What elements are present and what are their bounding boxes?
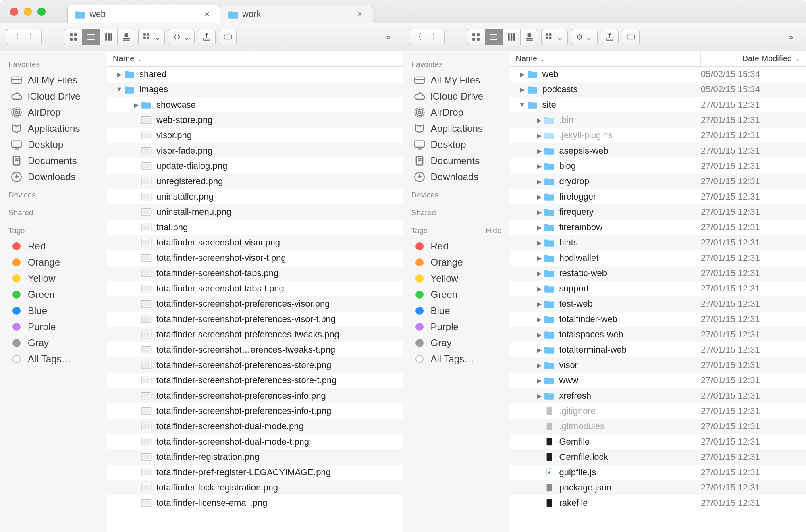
sidebar-tag-gray[interactable]: Gray [0,335,107,351]
sidebar-tag-blue[interactable]: Blue [0,303,107,319]
sidebar-item-all my files[interactable]: All My Files [403,72,510,88]
file-row[interactable]: totalfinder-screenshot-preferences-store… [107,373,403,388]
file-row[interactable]: ▶ firerainbow 27/01/15 12:31 [510,220,806,235]
file-row[interactable]: ▶ .jekyll-plugins 27/01/15 12:31 [510,128,806,143]
file-row[interactable]: totalfinder-lock-registration.png [107,480,403,495]
icon-view-button[interactable] [467,29,485,45]
disclosure-triangle[interactable]: ▶ [534,116,544,124]
column-date-modified[interactable]: Date Modified⌄ [701,51,806,66]
file-row[interactable]: ▼ site 27/01/15 12:31 [510,97,806,112]
forward-button[interactable]: 〉 [427,29,445,45]
file-row[interactable]: totalfinder-license-email.png [107,495,403,511]
disclosure-triangle[interactable]: ▶ [534,392,544,400]
disclosure-triangle[interactable]: ▶ [534,377,544,384]
sidebar-item-applications[interactable]: Applications [0,121,107,137]
sidebar-tag-green[interactable]: Green [403,287,510,303]
sidebar-tag-red[interactable]: Red [403,238,510,254]
coverflow-view-button[interactable] [117,29,135,45]
arrange-button[interactable]: ⌄ [541,29,568,45]
column-view-button[interactable] [100,29,117,45]
sidebar-item-applications[interactable]: Applications [403,121,510,137]
sidebar-item-icloud drive[interactable]: iCloud Drive [403,88,510,104]
back-button[interactable]: 〈 [6,29,24,45]
file-row[interactable]: ▶ .bin 27/01/15 12:31 [510,112,806,128]
sidebar-item-desktop[interactable]: Desktop [403,137,510,153]
file-row[interactable]: ▶ totalfinder-web 27/01/15 12:31 [510,312,806,327]
file-row[interactable]: gulpfile.js 27/01/15 12:31 [510,465,806,480]
disclosure-triangle[interactable]: ▶ [534,193,544,201]
sidebar-tag-orange[interactable]: Orange [403,254,510,270]
sidebar-item-documents[interactable]: Documents [0,153,107,169]
tab-web[interactable]: web × [67,5,220,23]
file-row[interactable]: trial.png [107,220,403,235]
file-row[interactable]: totalfinder-screenshot-preferences-store… [107,357,403,373]
file-row[interactable]: ▶ totalspaces-web 27/01/15 12:31 [510,327,806,342]
sidebar-tag-green[interactable]: Green [0,287,107,303]
close-tab-button[interactable]: × [203,9,211,19]
file-row[interactable]: totalfinder-registration.png [107,449,403,465]
sidebar-tag-yellow[interactable]: Yellow [0,270,107,287]
file-row[interactable]: Gemfile 27/01/15 12:31 [510,434,806,449]
action-button[interactable]: ⚙︎⌄ [168,29,195,45]
file-row[interactable]: totalfinder-pref-register-LEGACYIMAGE.pn… [107,465,403,480]
zoom-window-button[interactable] [37,8,46,16]
sidebar-tag-red[interactable]: Red [0,238,107,254]
file-row[interactable]: totalfinder-screenshot-tabs-t.png [107,281,403,296]
file-row[interactable]: .gitmodules 27/01/15 12:31 [510,419,806,434]
coverflow-view-button[interactable] [520,29,538,45]
disclosure-triangle[interactable]: ▶ [534,239,544,247]
file-row[interactable]: ▶ firelogger 27/01/15 12:31 [510,189,806,204]
file-row[interactable]: ▶ hodlwallet 27/01/15 12:31 [510,250,806,266]
disclosure-triangle[interactable]: ▶ [534,224,544,231]
file-row[interactable]: ▶ shared [107,66,403,82]
file-row[interactable]: Gemfile.lock 27/01/15 12:31 [510,449,806,465]
action-button[interactable]: ⚙︎⌄ [571,29,598,45]
sidebar-tag-purple[interactable]: Purple [0,319,107,335]
sidebar-item-airdrop[interactable]: AirDrop [403,104,510,121]
disclosure-triangle[interactable]: ▶ [534,285,544,293]
disclosure-triangle[interactable]: ▼ [517,101,527,108]
file-row[interactable]: totalfinder-screenshot-preferences-info.… [107,388,403,403]
column-name[interactable]: Name⌄ [510,51,701,66]
file-row[interactable]: totalfinder-screenshot…erences-tweaks-t.… [107,342,403,357]
list-view-button[interactable] [82,29,100,45]
disclosure-triangle[interactable]: ▶ [534,208,544,216]
close-window-button[interactable] [10,8,18,16]
file-row[interactable]: ▶ hints 27/01/15 12:31 [510,235,806,250]
sidebar-tag-purple[interactable]: Purple [403,319,510,335]
disclosure-triangle[interactable]: ▶ [517,71,527,78]
hide-tags-button[interactable]: Hide [486,226,501,235]
file-row[interactable]: ▶ firequery 27/01/15 12:31 [510,204,806,220]
file-row[interactable]: ▼ images [107,82,403,97]
toolbar-overflow-button[interactable]: » [380,29,397,45]
disclosure-triangle[interactable]: ▶ [534,147,544,155]
sidebar-tag-all tags…[interactable]: All Tags… [403,351,510,367]
sidebar-item-icloud drive[interactable]: iCloud Drive [0,88,107,104]
file-list[interactable]: ▶ shared ▼ images ▶ showcase web-store.p… [107,66,403,532]
disclosure-triangle[interactable]: ▶ [114,71,124,78]
file-row[interactable]: totalfinder-screenshot-tabs.png [107,266,403,281]
file-list[interactable]: ▶ web 05/02/15 15:34 ▶ podcasts 05/02/15… [510,66,806,532]
file-row[interactable]: ▶ podcasts 05/02/15 15:34 [510,82,806,97]
disclosure-triangle[interactable]: ▶ [131,101,141,109]
sidebar-item-downloads[interactable]: Downloads [403,169,510,185]
tab-work[interactable]: work × [220,5,373,23]
file-row[interactable]: uninstaller.png [107,189,403,204]
disclosure-triangle[interactable]: ▶ [534,362,544,369]
disclosure-triangle[interactable]: ▼ [114,86,124,93]
file-row[interactable]: package.json 27/01/15 12:31 [510,480,806,495]
close-tab-button[interactable]: × [355,9,364,19]
file-row[interactable]: visor.png [107,128,403,143]
file-row[interactable]: ▶ www 27/01/15 12:31 [510,373,806,388]
icon-view-button[interactable] [64,29,82,45]
sidebar-item-airdrop[interactable]: AirDrop [0,104,107,121]
file-row[interactable]: ▶ asepsis-web 27/01/15 12:31 [510,143,806,158]
file-row[interactable]: ▶ xrefresh 27/01/15 12:31 [510,388,806,403]
disclosure-triangle[interactable]: ▶ [534,316,544,323]
disclosure-triangle[interactable]: ▶ [534,270,544,277]
file-row[interactable]: totalfinder-screenshot-dual-mode.png [107,419,403,434]
disclosure-triangle[interactable]: ▶ [534,178,544,185]
file-row[interactable]: totalfinder-screenshot-preferences-visor… [107,312,403,327]
column-name[interactable]: Name⌄ [107,51,403,66]
disclosure-triangle[interactable]: ▶ [534,300,544,308]
